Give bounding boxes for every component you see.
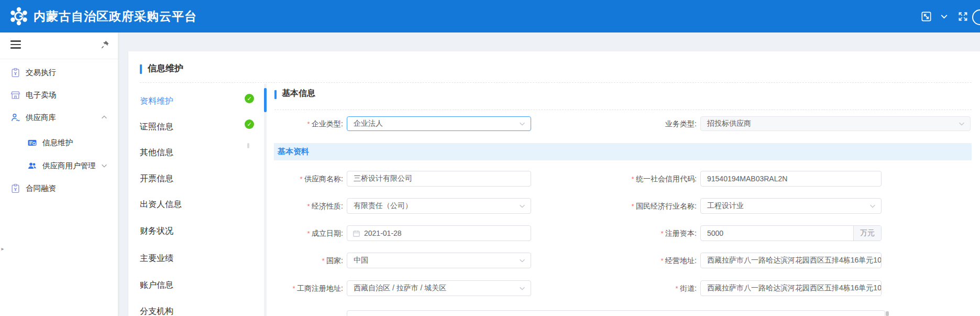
chevron-down-icon xyxy=(958,120,965,127)
subnav-item-investors[interactable]: 出资人信息 xyxy=(140,199,182,210)
sidebar-item-label: 信息维护 xyxy=(42,138,73,148)
clipboard-yen-icon xyxy=(10,68,20,78)
page-title: 信息维护 xyxy=(148,62,183,74)
avatar[interactable] xyxy=(972,9,980,25)
chevron-down-icon xyxy=(519,202,526,210)
platform-logo-icon xyxy=(8,6,29,27)
pin-icon[interactable] xyxy=(101,40,110,49)
subnav-item-other[interactable]: 其他信息 xyxy=(140,147,173,158)
sidebar-item-contract-finance[interactable]: 合同融资 xyxy=(10,182,56,194)
subnav-item-branches[interactable]: 分支机构 xyxy=(140,306,173,316)
business-address-input[interactable]: 西藏拉萨市八一路哈达滨河花园西区五排4栋16单元102 xyxy=(700,253,882,268)
sidebar-item-trade[interactable]: 交易执行 xyxy=(10,66,56,79)
menu-toggle-icon[interactable] xyxy=(10,40,21,49)
section-title: 基本信息 xyxy=(282,88,315,99)
label-registered-capital: 注册资本: xyxy=(568,225,697,242)
label-country: 国家: xyxy=(207,253,343,269)
content-card: 信息维护 资料维护 证照信息 其他信息 开票信息 出资人信息 财务状况 主要业绩… xyxy=(128,51,980,316)
partial-textarea[interactable] xyxy=(347,310,885,316)
supplier-person-icon xyxy=(10,113,20,123)
app-header: 内蒙古自治区政府采购云平台 xyxy=(0,0,980,32)
sidebar-item-emall[interactable]: 电子卖场 xyxy=(10,89,56,101)
credit-code-input[interactable]: 91540194MAB03RAL2N xyxy=(700,171,882,187)
storefront-icon xyxy=(10,90,20,100)
label-street: 街道: xyxy=(568,280,697,297)
fullscreen-icon[interactable] xyxy=(957,0,968,32)
chevron-down-icon[interactable] xyxy=(940,0,949,32)
chevron-down-icon xyxy=(519,285,526,292)
sidebar-item-label: 供应商用户管理 xyxy=(42,161,96,171)
supplier-name-input[interactable]: 三桥设计有限公司 xyxy=(347,171,531,187)
chevron-down-icon xyxy=(519,120,526,127)
label-company-type: 企业类型: xyxy=(207,116,343,132)
divider xyxy=(140,82,972,83)
street-input[interactable]: 西藏拉萨市八一路哈达滨河花园西区五排4栋16单元102 xyxy=(700,280,882,296)
app-title: 内蒙古自治区政府采购云平台 xyxy=(34,0,197,32)
label-business-type: 业务类型: xyxy=(568,116,697,131)
users-icon xyxy=(27,161,37,171)
registered-address-cascader[interactable]: 西藏自治区 / 拉萨市 / 城关区 xyxy=(347,280,531,296)
subsection-title: 基本资料 xyxy=(278,147,309,157)
input-value: 2021-01-28 xyxy=(364,229,402,237)
label-supplier-name: 供应商名称: xyxy=(207,171,343,187)
input-value: 三桥设计有限公司 xyxy=(354,174,412,183)
industry-select[interactable]: 工程设计业 xyxy=(700,198,882,214)
input-value: 西藏拉萨市八一路哈达滨河花园西区五排4栋16单元102 xyxy=(707,284,882,293)
country-select[interactable]: 中国 xyxy=(347,253,531,268)
economic-nature-select[interactable]: 有限责任（公司） xyxy=(347,198,531,214)
input-value: 西藏拉萨市八一路哈达滨河花园西区五排4栋16单元102 xyxy=(707,256,882,265)
screen-scale-icon[interactable] xyxy=(920,0,932,32)
label-founding-date: 成立日期: xyxy=(207,225,343,242)
input-value: 5000 xyxy=(707,229,723,237)
sidebar-item-label: 合同融资 xyxy=(26,183,56,193)
company-type-select[interactable]: 企业法人 xyxy=(347,116,531,131)
label-industry: 国民经济行业名称: xyxy=(568,198,697,214)
sidebar: 交易执行 电子卖场 供应商库 信息维护 xyxy=(0,32,118,316)
divider xyxy=(274,110,972,110)
select-value: 西藏自治区 / 拉萨市 / 城关区 xyxy=(354,284,446,293)
chevron-down-icon[interactable] xyxy=(101,162,108,169)
panel-collapse-handle[interactable]: ▸ xyxy=(0,244,5,254)
select-value: 有限责任（公司） xyxy=(354,201,412,211)
sidebar-item-suppliers[interactable]: 供应商库 xyxy=(10,111,56,124)
sidebar-item-info-maintenance[interactable]: 信息维护 xyxy=(27,136,73,149)
subnav-item-invoicing[interactable]: 开票信息 xyxy=(140,173,173,184)
registered-capital-input[interactable]: 5000 万元 xyxy=(700,225,882,241)
sidebar-item-label: 供应商库 xyxy=(26,113,56,123)
select-value: 招投标供应商 xyxy=(707,119,751,128)
label-business-address: 经营地址: xyxy=(568,253,697,269)
subnav-item-licenses[interactable]: 证照信息 xyxy=(140,121,173,133)
clipboard-yen-icon xyxy=(10,183,20,193)
subnav-scrollbar[interactable] xyxy=(247,143,249,148)
founding-date-picker[interactable]: 2021-01-28 xyxy=(347,225,531,241)
subnav-item-profile[interactable]: 资料维护 xyxy=(140,95,173,107)
select-value: 工程设计业 xyxy=(707,201,744,211)
business-type-select[interactable]: 招投标供应商 xyxy=(700,116,971,131)
sidebar-item-label: 电子卖场 xyxy=(26,90,56,100)
subsection-band: 基本资料 xyxy=(274,143,972,160)
title-accent-bar xyxy=(140,64,142,74)
textarea-resize-grip[interactable] xyxy=(886,311,889,316)
subnav-item-performance[interactable]: 主要业绩 xyxy=(140,253,173,264)
input-value: 91540194MAB03RAL2N xyxy=(707,175,787,183)
form-scrollbar-thumb[interactable] xyxy=(264,88,267,112)
subnav-item-finance[interactable]: 财务状况 xyxy=(140,225,173,237)
sidebar-toolbar xyxy=(0,32,118,59)
doc-search-icon xyxy=(27,138,37,148)
section-accent-bar xyxy=(274,90,277,99)
check-complete-icon: ✓ xyxy=(245,94,254,103)
chevron-up-icon[interactable] xyxy=(101,114,108,121)
chevron-down-icon xyxy=(869,202,876,210)
label-economic-nature: 经济性质: xyxy=(207,198,343,214)
select-value: 中国 xyxy=(354,256,368,265)
sidebar-item-label: 交易执行 xyxy=(26,68,56,78)
chevron-down-icon xyxy=(519,257,526,264)
unit-suffix: 万元 xyxy=(853,226,881,241)
label-credit-code: 统一社会信用代码: xyxy=(568,171,697,187)
sidebar-item-supplier-users[interactable]: 供应商用户管理 xyxy=(27,159,96,172)
calendar-icon xyxy=(353,230,360,237)
label-registered-address: 工商注册地址: xyxy=(207,280,343,297)
select-value: 企业法人 xyxy=(354,119,383,128)
subnav-item-accounts[interactable]: 账户信息 xyxy=(140,279,173,291)
